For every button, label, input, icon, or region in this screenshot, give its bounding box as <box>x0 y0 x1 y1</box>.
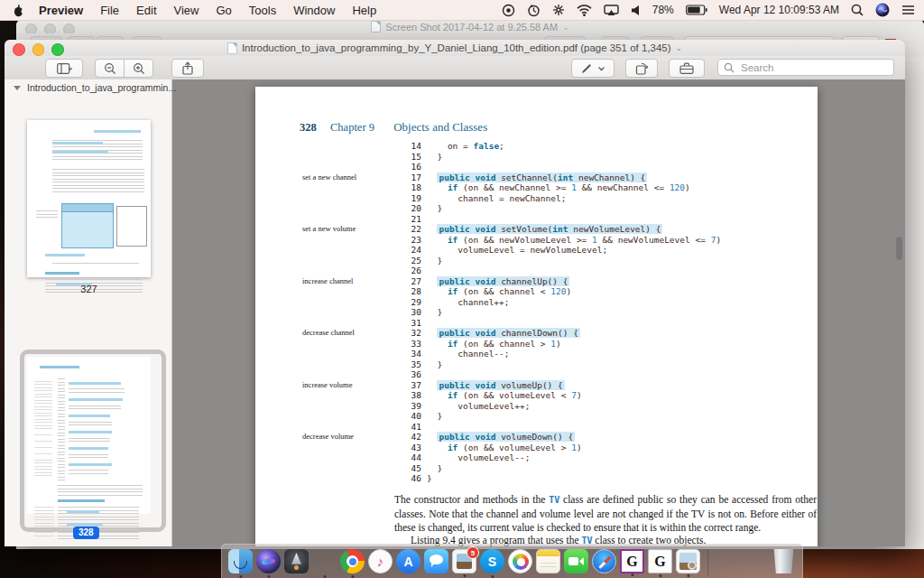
dock-item-downloads-folder[interactable] <box>716 549 740 573</box>
menu-preview[interactable]: Preview <box>39 4 83 17</box>
dock-item-finder[interactable] <box>228 549 253 573</box>
airplay-display-icon[interactable] <box>604 5 619 16</box>
battery-icon[interactable] <box>686 5 707 15</box>
disclosure-triangle-icon[interactable] <box>14 86 21 90</box>
line-number: 17 <box>396 172 421 183</box>
code-text: if (on && channel < 120) <box>427 286 571 297</box>
code-line-30: 30 } <box>255 307 818 318</box>
dock: ♪A5SGG <box>221 544 803 578</box>
code-text: } <box>427 411 442 422</box>
dock-item-trash[interactable] <box>772 549 796 573</box>
sidebar-group-title: Introduction_to_java_programmin... <box>27 82 176 93</box>
preview-window: Introduction_to_java_programming_by_Y_Da… <box>5 40 905 546</box>
code-text: volumeLevel++; <box>427 401 530 412</box>
flower-icon[interactable] <box>552 4 565 16</box>
time-machine-icon[interactable] <box>527 4 541 17</box>
dock-item-skype[interactable]: S <box>480 549 504 573</box>
thumbnail-page-327[interactable] <box>27 120 151 277</box>
markup-toolbox-button[interactable] <box>669 59 705 78</box>
code-line-26: 26 <box>255 266 818 276</box>
dock-item-facetime[interactable] <box>564 549 588 573</box>
menu-clock[interactable]: Wed Apr 12 10:09:53 AM <box>719 4 839 16</box>
wifi-icon[interactable] <box>577 5 592 16</box>
dock-item-app-store[interactable]: A <box>396 549 420 573</box>
menu-help[interactable]: Help <box>352 4 376 17</box>
code-line-27: increase channel27 public void channelUp… <box>255 276 818 287</box>
code-text: if (on && volumeLevel < 7) <box>427 390 582 401</box>
dot-circle-icon[interactable] <box>502 4 515 17</box>
vertical-scrollbar-thumb[interactable] <box>896 237 902 260</box>
dock-item-photos-badge[interactable]: 5 <box>452 549 476 573</box>
code-text: public void channelDown() { <box>427 328 580 339</box>
page-number: 328 <box>300 121 317 134</box>
dock-item-siri[interactable] <box>256 549 281 573</box>
dock-item-messages[interactable] <box>424 549 448 573</box>
notification-center-icon[interactable] <box>901 5 915 15</box>
code-line-35: 35 } <box>255 359 818 370</box>
code-line-22: set a new volume22 public void setVolume… <box>255 224 818 235</box>
dock-item-notes[interactable] <box>536 549 560 573</box>
menu-items: PreviewFileEditViewGoToolsWindowHelp <box>39 4 393 17</box>
titlebar[interactable]: Introduction_to_java_programming_by_Y_Da… <box>5 40 905 56</box>
chevron-down-icon[interactable]: ⌄ <box>562 23 569 32</box>
share-button[interactable] <box>171 59 204 78</box>
line-number: 46 <box>396 473 421 484</box>
search-input[interactable] <box>739 61 888 74</box>
sidebar-group-header[interactable]: Introduction_to_java_programmin... <box>5 79 171 96</box>
code-line-25: 25 } <box>255 256 818 266</box>
siri-icon[interactable] <box>875 3 890 17</box>
pdf-doc-icon <box>371 21 381 33</box>
background-window-titlebar[interactable]: Screen Shot 2017-04-12 at 9.25.58 AM ⌄ <box>16 20 924 33</box>
dock-item-photos[interactable] <box>508 549 532 573</box>
dock-item-launchpad[interactable] <box>284 549 309 573</box>
code-line-45: 45 } <box>255 463 818 474</box>
sidebar-view-button[interactable] <box>45 59 83 78</box>
zoom-out-button[interactable] <box>95 59 125 78</box>
markup-button[interactable] <box>571 59 614 78</box>
zoom-in-button[interactable] <box>124 59 153 78</box>
dock-item-itunes[interactable]: ♪ <box>368 549 393 573</box>
thumbnail-page-328[interactable] <box>27 357 151 514</box>
battery-percent: 78% <box>652 4 674 16</box>
line-number: 22 <box>396 224 421 235</box>
code-line-40: 40 } <box>255 411 818 422</box>
chevron-down-icon[interactable]: ⌄ <box>676 43 683 52</box>
menu-edit[interactable]: Edit <box>136 4 156 17</box>
dock-item-safari[interactable] <box>592 549 616 573</box>
thumbnail-label-328-badge[interactable]: 328 <box>73 527 99 539</box>
notification-badge: 5 <box>467 546 479 559</box>
code-line-41: 41 <box>255 422 818 433</box>
dock-item-documents-stack[interactable] <box>744 549 768 573</box>
line-number: 18 <box>396 182 421 193</box>
apple-menu-icon[interactable] <box>13 4 24 17</box>
dock-item-g-app[interactable]: G <box>648 549 672 573</box>
close-button[interactable] <box>13 43 25 56</box>
menu-file[interactable]: File <box>100 4 119 17</box>
thumbnail-sidebar: Introduction_to_java_programmin... <box>5 79 172 546</box>
traffic-lights[interactable] <box>13 43 64 56</box>
dock-item-preview[interactable] <box>676 549 700 573</box>
dock-item-chrome[interactable] <box>340 549 365 573</box>
volume-icon[interactable] <box>631 5 641 16</box>
code-line-18: 18 if (on && newChannel >= 1 && newChann… <box>255 182 818 193</box>
thumbnail-label-327[interactable]: 327 <box>27 284 151 294</box>
menu-view[interactable]: View <box>174 4 199 17</box>
code-text: channel++; <box>427 297 510 308</box>
menu-window[interactable]: Window <box>293 4 335 17</box>
line-number: 23 <box>396 235 421 246</box>
code-text: } <box>427 152 442 163</box>
rotate-button[interactable] <box>625 59 658 78</box>
menu-go[interactable]: Go <box>216 4 231 17</box>
menu-tools[interactable]: Tools <box>249 4 276 17</box>
app-store-glyph: A <box>396 549 420 573</box>
window-content: Introduction_to_java_programmin... <box>5 79 905 546</box>
line-number: 37 <box>396 380 421 391</box>
zoom-button[interactable] <box>51 43 64 56</box>
dock-item-app-wheel[interactable] <box>312 549 337 573</box>
search-field[interactable] <box>717 59 894 76</box>
spotlight-icon[interactable] <box>851 4 864 16</box>
paragraph-1: The constructor and methods in the TV cl… <box>394 493 817 534</box>
minimize-button[interactable] <box>32 43 45 56</box>
line-number: 39 <box>396 401 421 412</box>
dock-item-grammarly[interactable]: G <box>620 549 644 573</box>
